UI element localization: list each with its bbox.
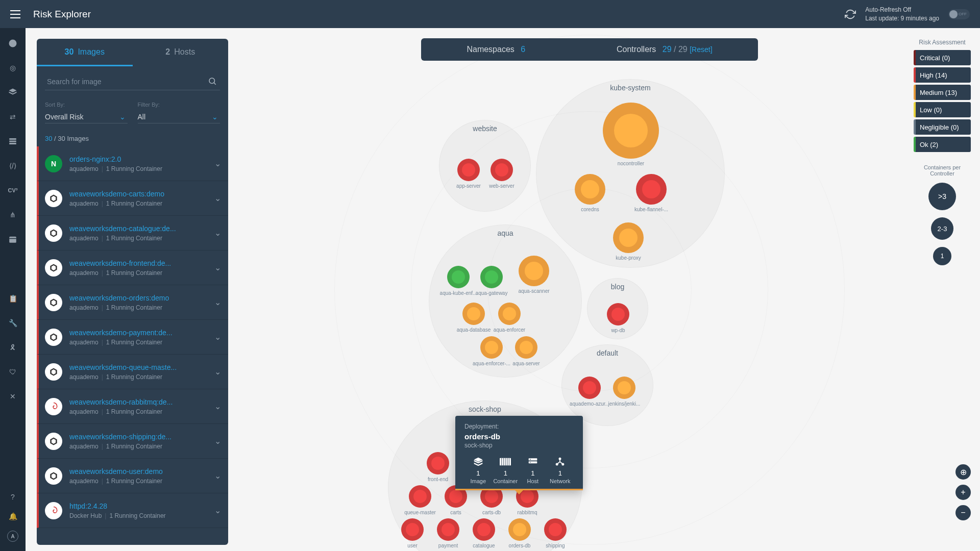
image-list-item[interactable]: weaveworksdemo-payment:de...aquademo|1 R… [37, 320, 228, 355]
cluster-blog[interactable]: blog wp-db [587, 278, 648, 339]
node-aqua-server[interactable]: aqua-server [515, 336, 537, 359]
image-list-item[interactable]: weaveworksdemo-queue-maste...aquademo|1 … [37, 355, 228, 389]
node-nocontroller[interactable]: nocontroller [603, 103, 659, 159]
code-icon[interactable]: ⟨/⟩ [8, 161, 18, 171]
node-aqua-kube-enf[interactable]: aqua-kube-enf... [447, 266, 470, 288]
size-legend: Containers per Controller >3 2-3 1 [914, 164, 971, 272]
legend-item-high[interactable]: High (14) [914, 67, 971, 83]
node-front-end[interactable]: front-end [427, 452, 449, 474]
legend-item-low[interactable]: Low (0) [914, 102, 971, 117]
graph-canvas[interactable]: Namespaces 6 Controllers 29 / 29 [Reset]… [235, 28, 944, 551]
node-queue-master[interactable]: queue-master [409, 485, 431, 508]
svg-rect-0 [9, 138, 16, 140]
tab-hosts[interactable]: 2 Hosts [133, 39, 229, 66]
reset-button[interactable]: [Reset] [690, 45, 712, 54]
node-web-server[interactable]: web-server [491, 159, 513, 181]
tab-images[interactable]: 30 Images [37, 39, 133, 66]
chevron-down-icon[interactable]: ⌄ [214, 228, 221, 238]
image-list-item[interactable]: Norders-nginx:2.0aquademo|1 Running Cont… [37, 146, 228, 181]
legend-item-neg[interactable]: Negligible (0) [914, 119, 971, 135]
chevron-down-icon[interactable]: ⌄ [214, 193, 221, 203]
wrench-icon[interactable]: ✕ [8, 391, 18, 402]
chevron-down-icon[interactable]: ⌄ [214, 506, 221, 515]
node-shipping[interactable]: shipping [544, 518, 567, 541]
size-bubble-3plus[interactable]: >3 [928, 183, 956, 210]
size-bubble-1[interactable]: 1 [933, 247, 951, 265]
node-aqua-database[interactable]: aqua-database [462, 303, 485, 325]
chevron-down-icon[interactable]: ⌄ [214, 367, 221, 377]
chevron-down-icon[interactable]: ⌄ [214, 297, 221, 307]
explorer-icon[interactable]: ◎ [8, 63, 18, 73]
tooltip-image[interactable]: 1 Image [464, 456, 492, 484]
cluster-default[interactable]: default aquademo-azur... jenkins/jenki..… [561, 344, 653, 426]
search-input[interactable] [45, 73, 220, 90]
chevron-down-icon[interactable]: ⌄ [214, 436, 221, 446]
node-jenkins[interactable]: jenkins/jenki... [613, 377, 635, 399]
node-payment[interactable]: payment [437, 518, 459, 541]
legend-item-ok[interactable]: Ok (2) [914, 137, 971, 152]
image-list-item[interactable]: weaveworksdemo-rabbitmq:de...aquademo|1 … [37, 389, 228, 424]
node-app-server[interactable]: app-server [457, 159, 480, 181]
image-list-item[interactable]: weaveworksdemo-shipping:de...aquademo|1 … [37, 424, 228, 459]
node-kube-proxy[interactable]: kube-proxy [613, 222, 644, 253]
chevron-down-icon[interactable]: ⌄ [214, 402, 221, 411]
legend-item-crit[interactable]: Critical (0) [914, 50, 971, 65]
node-aqua-gateway[interactable]: aqua-gateway [480, 266, 503, 288]
node-orders-db[interactable]: orders-db [508, 518, 531, 541]
image-list-item[interactable]: weaveworksdemo-frontend:de...aquademo|1 … [37, 251, 228, 285]
zoom-out-button[interactable]: − [955, 505, 971, 520]
chevron-down-icon[interactable]: ⌄ [214, 263, 221, 272]
dashboard-icon[interactable] [8, 38, 18, 48]
tools-icon[interactable]: 🔧 [8, 318, 18, 328]
tooltip-network[interactable]: 1 Network [547, 456, 574, 484]
image-vendor-icon [45, 502, 62, 519]
network-icon[interactable]: ⋔ [8, 210, 18, 220]
ribbon-icon[interactable]: 🎗 [8, 342, 18, 353]
cluster-kube-system[interactable]: kube-system nocontroller coredns kube-fl… [536, 79, 725, 268]
image-list-item[interactable]: weaveworksdemo-catalogue:de...aquademo|1… [37, 216, 228, 251]
chevron-down-icon[interactable]: ⌄ [214, 332, 221, 342]
search-icon[interactable] [208, 77, 217, 88]
size-bubble-23[interactable]: 2-3 [931, 217, 953, 240]
chevron-down-icon[interactable]: ⌄ [214, 159, 221, 168]
legend-item-med[interactable]: Medium (13) [914, 85, 971, 100]
node-kube-flannel[interactable]: kube-flannel-... [636, 174, 667, 205]
image-meta: aquademo|1 Running Container [69, 269, 214, 277]
image-name: weaveworksdemo-orders:demo [69, 294, 214, 302]
node-aqua-enforcer2[interactable]: aqua-enforcer-... [480, 336, 503, 359]
image-list-item[interactable]: weaveworksdemo-user:demoaquademo|1 Runni… [37, 459, 228, 493]
cvss-icon[interactable]: CV³ [8, 185, 18, 195]
node-aqua-scanner[interactable]: aqua-scanner [519, 256, 549, 286]
node-aquademo-azur[interactable]: aquademo-azur... [578, 377, 601, 399]
account-icon[interactable]: A [7, 531, 18, 542]
storage-icon[interactable] [8, 136, 18, 146]
alerts-icon[interactable]: 🔔 [8, 511, 18, 521]
shield-icon[interactable]: 🛡 [8, 367, 18, 377]
layers-icon[interactable] [8, 87, 18, 97]
auto-refresh-toggle[interactable]: OFF [948, 9, 970, 19]
cluster-aqua[interactable]: aqua aqua-kube-enf... aqua-gateway aqua-… [429, 224, 582, 378]
chevron-down-icon[interactable]: ⌄ [214, 471, 221, 481]
refresh-icon[interactable] [845, 9, 856, 20]
calendar-icon[interactable] [8, 234, 18, 244]
image-list-item[interactable]: httpd:2.4.28Docker Hub|1 Running Contain… [37, 493, 228, 528]
node-user[interactable]: user [401, 518, 424, 541]
zoom-in-button[interactable]: + [955, 485, 971, 500]
node-aqua-enforcer[interactable]: aqua-enforcer [498, 303, 521, 325]
image-list-item[interactable]: weaveworksdemo-carts:demoaquademo|1 Runn… [37, 181, 228, 216]
node-wp-db[interactable]: wp-db [607, 303, 629, 325]
clipboard-icon[interactable]: 📋 [8, 293, 18, 304]
node-catalogue[interactable]: catalogue [473, 518, 495, 541]
menu-icon[interactable] [10, 10, 20, 18]
filter-by-select[interactable]: All [138, 111, 220, 123]
workloads-icon[interactable]: ⇄ [8, 112, 18, 122]
image-list-item[interactable]: weaveworksdemo-orders:demoaquademo|1 Run… [37, 285, 228, 320]
cluster-website[interactable]: website app-server web-server [439, 120, 531, 212]
image-name: weaveworksdemo-user:demo [69, 467, 214, 475]
node-coredns[interactable]: coredns [575, 174, 605, 205]
help-icon[interactable]: ? [8, 492, 18, 502]
recenter-button[interactable]: ⊕ [955, 464, 971, 480]
sort-by-select[interactable]: Overall Risk [45, 111, 128, 123]
tooltip-host[interactable]: 1 Host [519, 456, 547, 484]
tooltip-container[interactable]: 1 Container [492, 456, 520, 484]
